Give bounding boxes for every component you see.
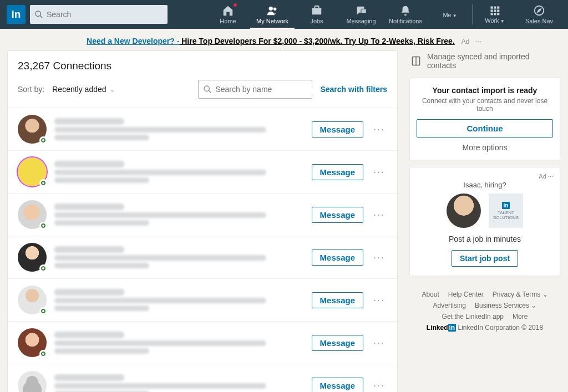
more-options-link[interactable]: More options — [417, 143, 553, 152]
avatar[interactable] — [18, 243, 47, 272]
svg-point-0 — [36, 11, 40, 16]
footer-about[interactable]: About — [422, 291, 439, 298]
sponsored-banner[interactable]: Need a New Developer? - Hire Top Develop… — [0, 29, 568, 51]
right-sidebar: Manage synced and imported contacts Your… — [409, 51, 560, 392]
linkedin-logo[interactable]: in — [7, 5, 26, 24]
footer-app[interactable]: Get the LinkedIn app — [442, 313, 504, 320]
connection-row: Message ··· — [8, 236, 397, 278]
svg-rect-7 — [494, 7, 496, 9]
import-title: Your contact import is ready — [417, 86, 553, 95]
ad-text[interactable]: Hire Top Developers For $2,000 - $3,200/… — [179, 37, 454, 45]
nav-items: Home My Network Jobs Messaging Notificat… — [206, 0, 561, 29]
connection-row: Message ··· — [8, 193, 397, 236]
ad-menu[interactable]: ··· — [548, 173, 553, 180]
row-more-menu[interactable]: ··· — [371, 166, 387, 178]
connections-panel: 23,267 Connections Sort by: Recently add… — [8, 51, 397, 392]
svg-line-1 — [40, 16, 42, 18]
svg-rect-5 — [361, 9, 366, 13]
ad-label: Ad — [539, 173, 546, 180]
nav-notifications[interactable]: Notifications — [383, 0, 428, 29]
footer-help[interactable]: Help Center — [448, 291, 484, 298]
continue-button[interactable]: Continue — [417, 119, 553, 138]
bell-icon — [399, 4, 412, 17]
ad-label: Ad — [462, 38, 470, 45]
row-more-menu[interactable]: ··· — [371, 294, 387, 306]
svg-rect-6 — [491, 7, 493, 9]
talent-solutions-tile: in TALENT SOLUTIONS — [489, 194, 523, 228]
avatar[interactable] — [18, 157, 47, 186]
job-ad-card: Ad ··· Isaac, hiring? in TALENT SOLUTION… — [409, 167, 560, 276]
manage-contacts-link[interactable]: Manage synced and imported contacts — [409, 51, 560, 71]
chevron-down-icon: ⌄ — [110, 86, 114, 93]
row-more-menu[interactable]: ··· — [371, 337, 387, 349]
notification-dot — [233, 3, 237, 7]
footer-privacy[interactable]: Privacy & Terms ⌄ — [493, 291, 548, 298]
connections-list: Message ··· Message ··· Message ··· Mess… — [8, 108, 397, 392]
row-more-menu[interactable]: ··· — [371, 124, 387, 135]
svg-point-3 — [273, 8, 277, 11]
message-button[interactable]: Message — [312, 121, 363, 138]
ad-lead-link[interactable]: Need a New Developer? - — [87, 37, 179, 45]
svg-marker-16 — [537, 9, 541, 12]
message-button[interactable]: Message — [312, 378, 363, 393]
name-search-input[interactable] — [215, 85, 312, 94]
start-job-post-button[interactable]: Start job post — [452, 250, 518, 267]
row-more-menu[interactable]: ··· — [371, 380, 387, 391]
avatar[interactable] — [18, 371, 47, 392]
message-button[interactable]: Message — [312, 292, 363, 308]
avatar[interactable] — [18, 286, 47, 314]
ad-menu[interactable]: ··· — [475, 37, 481, 45]
presence-indicator — [39, 350, 47, 358]
svg-rect-13 — [494, 13, 496, 15]
presence-indicator — [39, 264, 47, 272]
footer-advertising[interactable]: Advertising — [433, 302, 466, 309]
avatar[interactable] — [18, 200, 47, 229]
svg-rect-4 — [312, 8, 322, 14]
top-nav: in Home My Network Jobs — [0, 0, 568, 29]
nav-my-network[interactable]: My Network — [250, 0, 295, 29]
ad-question: Isaac, hiring? — [417, 181, 553, 189]
svg-rect-8 — [497, 7, 499, 9]
nav-home[interactable]: Home — [206, 0, 250, 29]
nav-me[interactable]: Me▼ — [428, 0, 472, 29]
avatar[interactable] — [18, 115, 47, 144]
row-more-menu[interactable]: ··· — [371, 252, 387, 263]
avatar[interactable] — [18, 328, 47, 357]
connections-toolbar: Sort by: Recently added ⌄ Search with fi… — [8, 77, 397, 108]
footer-copyright: Linkedin LinkedIn Corporation © 2018 — [409, 324, 560, 332]
nav-sales-nav[interactable]: Sales Nav — [517, 0, 561, 29]
connection-row: Message ··· — [8, 108, 397, 150]
compass-icon — [533, 4, 545, 17]
footer: About Help Center Privacy & Terms ⌄ Adve… — [409, 283, 560, 336]
import-subtitle: Connect with your contacts and never los… — [417, 97, 553, 113]
nav-jobs[interactable]: Jobs — [295, 0, 339, 29]
message-button[interactable]: Message — [312, 164, 363, 180]
message-button[interactable]: Message — [312, 335, 363, 351]
ad-line: Post a job in minutes — [417, 235, 553, 243]
footer-business[interactable]: Business Services ⌄ — [475, 302, 536, 309]
presence-indicator — [39, 136, 47, 144]
svg-rect-11 — [497, 9, 499, 12]
sort-dropdown[interactable]: Recently added ⌄ — [52, 85, 114, 94]
svg-rect-12 — [491, 13, 493, 15]
message-button[interactable]: Message — [312, 207, 363, 223]
svg-point-2 — [269, 7, 273, 11]
global-search-input[interactable] — [47, 10, 163, 19]
avatar — [447, 194, 481, 228]
global-search[interactable] — [30, 5, 168, 24]
home-icon — [222, 4, 234, 17]
nav-work[interactable]: Work▼ — [473, 0, 517, 29]
message-button[interactable]: Message — [312, 250, 363, 266]
name-search[interactable] — [198, 80, 312, 99]
presence-indicator — [39, 307, 47, 315]
chevron-down-icon: ▼ — [500, 19, 505, 24]
svg-rect-14 — [497, 13, 499, 15]
footer-more[interactable]: More — [513, 313, 528, 320]
connections-count: 23,267 Connections — [8, 60, 397, 77]
connection-row: Message ··· — [8, 364, 397, 392]
presence-indicator — [39, 222, 47, 230]
briefcase-icon — [311, 4, 323, 17]
row-more-menu[interactable]: ··· — [371, 209, 387, 221]
search-with-filters-link[interactable]: Search with filters — [320, 85, 387, 94]
nav-messaging[interactable]: Messaging — [339, 0, 383, 29]
